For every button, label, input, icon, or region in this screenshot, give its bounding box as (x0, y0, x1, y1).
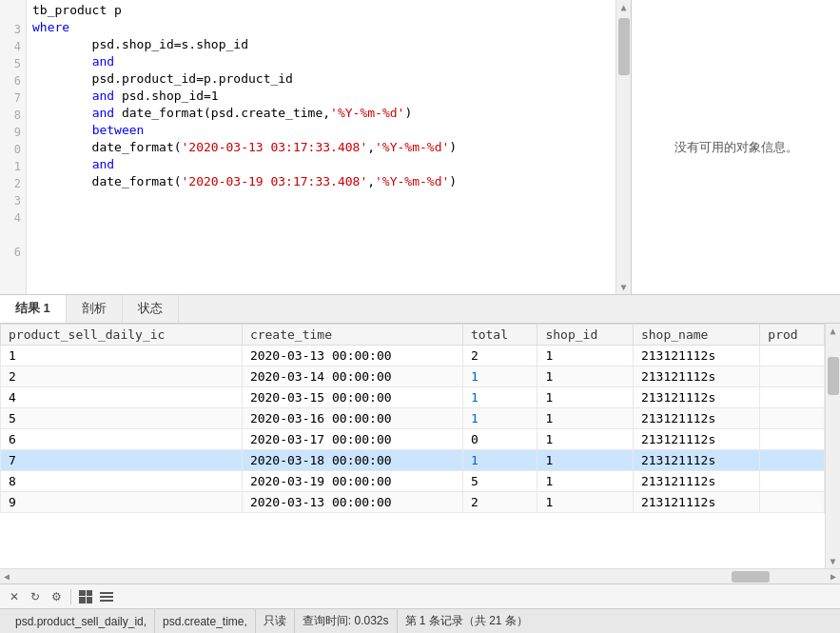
cell-id: 1 (1, 346, 243, 366)
results-wrapper: product_sell_daily_ic create_time total … (0, 324, 840, 568)
code-line: and date_format(psd.create_time,'%Y-%m-%… (32, 105, 610, 122)
code-line: where (32, 19, 610, 36)
status-page-info-text: 第 1 条记录（共 21 条） (405, 613, 528, 629)
hscroll-right[interactable]: ▶ (827, 571, 840, 582)
tab-results1-label: 结果 1 (15, 301, 50, 315)
code-line (32, 208, 610, 225)
results-table: product_sell_daily_ic create_time total … (0, 324, 825, 513)
table-scroll-down[interactable]: ▼ (828, 554, 837, 568)
refresh-icon: ↻ (30, 590, 40, 603)
object-info-text: 没有可用的对象信息。 (674, 139, 798, 156)
col-header-shop-name: shop_name (633, 325, 759, 346)
hscroll-left[interactable]: ◀ (0, 571, 13, 582)
cell-shop-name: 213121112s (633, 346, 759, 366)
results-table-container[interactable]: product_sell_daily_ic create_time total … (0, 324, 825, 568)
scroll-down-arrow[interactable]: ▼ (618, 280, 628, 294)
cell-create-time: 2020-03-16 00:00:00 (242, 408, 462, 429)
cell-total: 2 (462, 346, 537, 366)
cell-shop-id: 1 (537, 366, 634, 387)
stop-button[interactable]: ✕ (6, 588, 23, 605)
col-header-total: total (462, 325, 537, 346)
status-query-time: 查询时间: 0.032s (295, 609, 398, 633)
cell-create-time: 2020-03-15 00:00:00 (242, 387, 462, 408)
cell-shop-id: 1 (537, 450, 634, 471)
settings-icon: ⚙ (51, 590, 62, 603)
tab-analysis[interactable]: 剖析 (67, 295, 123, 323)
code-line: psd.shop_id=s.shop_id (32, 36, 610, 53)
cell-shop-name: 213121112s (633, 429, 759, 450)
table-row[interactable]: 12020-03-13 00:00:0021213121112s (1, 346, 825, 366)
cell-create-time: 2020-03-14 00:00:00 (242, 366, 462, 387)
cell-shop-id: 1 (537, 492, 634, 513)
results-area: product_sell_daily_ic create_time total … (0, 324, 840, 608)
toolbar-divider (70, 589, 71, 604)
code-editor[interactable]: tb_product p where psd.shop_id=s.shop_id… (27, 0, 615, 294)
status-fields: psd.product_sell_daily_id, (8, 609, 155, 633)
table-vscroll-thumb[interactable] (828, 357, 839, 395)
table-row[interactable]: 92020-03-13 00:00:0021213121112s (1, 492, 825, 513)
table-body: 12020-03-13 00:00:0021213121112s22020-03… (1, 346, 825, 513)
cell-create-time: 2020-03-17 00:00:00 (242, 429, 462, 450)
table-row[interactable]: 72020-03-18 00:00:0011213121112s (1, 450, 825, 471)
cell-shop-name: 213121112s (633, 492, 759, 513)
grid-icon (79, 590, 92, 603)
cell-shop-name: 213121112s (633, 366, 759, 387)
tab-results1[interactable]: 结果 1 (0, 295, 67, 323)
cell-total: 5 (462, 471, 537, 492)
code-line: and (32, 156, 610, 173)
table-header-row: product_sell_daily_ic create_time total … (1, 325, 825, 346)
cell-id: 2 (1, 366, 243, 387)
editor-area: 3 4 5 6 7 8 9 0 1 2 3 4 6 tb_product p w… (0, 0, 840, 295)
status-more-fields: psd.create_time, (155, 609, 256, 633)
cell-create-time: 2020-03-18 00:00:00 (242, 450, 462, 471)
hscroll-thumb[interactable] (732, 571, 770, 583)
editor-vscrollbar[interactable]: ▲ ▼ (615, 0, 631, 294)
col-header-prod: prod (760, 325, 825, 346)
status-page-info: 第 1 条记录（共 21 条） (398, 609, 536, 633)
table-row[interactable]: 22020-03-14 00:00:0011213121112s (1, 366, 825, 387)
cell-create-time: 2020-03-13 00:00:00 (242, 346, 462, 366)
tab-status[interactable]: 状态 (123, 295, 179, 323)
cell-total: 2 (462, 492, 537, 513)
cell-shop-id: 1 (537, 429, 634, 450)
code-line (32, 225, 610, 242)
cell-total: 1 (462, 387, 537, 408)
cell-shop-id: 1 (537, 471, 634, 492)
scroll-thumb[interactable] (618, 18, 630, 75)
code-line: date_format('2020-03-13 03:17:33.408','%… (32, 139, 610, 156)
table-vscrollbar[interactable]: ▲ ▼ (825, 324, 840, 568)
col-header-shop-id: shop_id (537, 325, 634, 346)
table-row[interactable]: 82020-03-19 00:00:0051213121112s (1, 471, 825, 492)
list-icon (100, 592, 113, 602)
cell-id: 8 (1, 471, 243, 492)
table-hscrollbar[interactable]: ◀ ▶ (0, 568, 840, 584)
grid-view-button[interactable] (77, 588, 94, 605)
refresh-button[interactable]: ↻ (27, 588, 44, 605)
cell-shop-name: 213121112s (633, 450, 759, 471)
cell-prod (760, 408, 825, 429)
table-scroll-up[interactable]: ▲ (828, 324, 837, 338)
code-line: tb_product p (32, 2, 610, 19)
table-row[interactable]: 62020-03-17 00:00:0001213121112s (1, 429, 825, 450)
object-info-panel: 没有可用的对象信息。 (631, 0, 840, 294)
cell-shop-name: 213121112s (633, 408, 759, 429)
cell-prod (760, 450, 825, 471)
cell-shop-id: 1 (537, 387, 634, 408)
code-line: and (32, 53, 610, 70)
table-row[interactable]: 42020-03-15 00:00:0011213121112s (1, 387, 825, 408)
scroll-up-arrow[interactable]: ▲ (618, 0, 628, 14)
cell-prod (760, 429, 825, 450)
status-readonly: 只读 (256, 609, 295, 633)
list-view-button[interactable] (98, 588, 115, 605)
status-readonly-text: 只读 (264, 613, 286, 629)
table-row[interactable]: 52020-03-16 00:00:0011213121112s (1, 408, 825, 429)
cell-id: 6 (1, 429, 243, 450)
cell-prod (760, 471, 825, 492)
cell-total: 1 (462, 366, 537, 387)
cell-id: 9 (1, 492, 243, 513)
cell-id: 4 (1, 387, 243, 408)
bottom-toolbar: ✕ ↻ ⚙ (0, 584, 840, 608)
settings-button[interactable]: ⚙ (48, 588, 65, 605)
code-line: psd.product_id=p.product_id (32, 70, 610, 88)
col-header-create-time: create_time (242, 325, 462, 346)
